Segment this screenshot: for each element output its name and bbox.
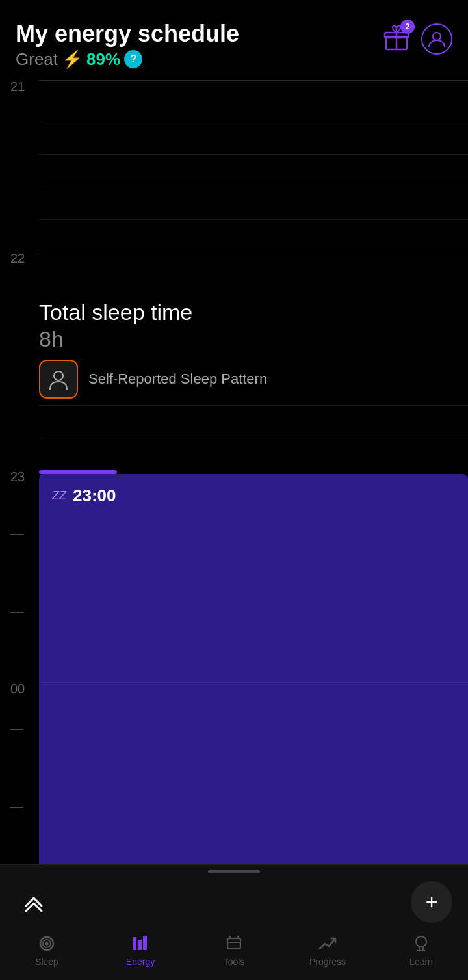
sleep-block-header: ZZ 23:00 <box>52 486 455 506</box>
bolt-icon: ⚡ <box>62 49 83 70</box>
hour-row-21: 21 <box>0 80 468 122</box>
status-label: Great <box>16 49 58 70</box>
tab-learn[interactable]: Learn <box>374 933 468 967</box>
hour-row-00: 00 <box>0 682 468 721</box>
minor-tick-21-2 <box>0 154 468 187</box>
avatar-button[interactable] <box>421 23 452 55</box>
header-subtitle: Great ⚡ 89% ? <box>16 49 239 70</box>
bottom-handle <box>0 865 468 876</box>
add-button[interactable]: + <box>411 881 452 923</box>
header: My energy schedule Great ⚡ 89% ? 2 <box>0 0 468 80</box>
minor-tick-21-3: — <box>0 187 468 219</box>
sleep-continuation-3: — <box>0 604 468 643</box>
gift-button[interactable]: 2 <box>382 23 411 55</box>
svg-point-12 <box>416 936 426 947</box>
energy-tab-icon <box>130 933 151 954</box>
sleep-pattern-row: Self-Reported Sleep Pattern <box>39 360 468 399</box>
svg-point-3 <box>433 33 441 40</box>
tab-tools[interactable]: Tools <box>187 933 281 967</box>
sleep-start-time: 23:00 <box>73 486 116 506</box>
person-icon <box>47 367 70 391</box>
time-label-23: 23 <box>0 470 39 484</box>
up-arrow-button[interactable] <box>16 884 52 920</box>
sleep-block[interactable]: ZZ 23:00 <box>39 474 468 526</box>
nav-tabs: Sleep Energy Tools Prog <box>0 928 468 980</box>
svg-point-7 <box>46 942 49 946</box>
svg-point-4 <box>54 371 63 380</box>
bottom-actions: + <box>0 876 468 928</box>
minor-tick-22-2 <box>0 438 468 470</box>
up-arrow-icon <box>20 888 48 916</box>
header-left: My energy schedule Great ⚡ 89% ? <box>16 21 239 70</box>
sleep-continuation-00-2 <box>0 760 468 799</box>
time-label-00: 00 <box>0 682 39 696</box>
minor-tick-21-1: — <box>0 122 468 154</box>
tab-sleep-label: Sleep <box>35 957 58 967</box>
timeline: 21 — — 22 Total sleep time 8h <box>0 80 468 980</box>
svg-rect-10 <box>143 936 147 950</box>
time-label-22: 22 <box>0 252 39 293</box>
percentage-value: 89% <box>86 49 120 70</box>
help-button[interactable]: ? <box>124 50 142 68</box>
gift-badge: 2 <box>400 20 415 34</box>
sleep-pattern-icon[interactable] <box>39 360 78 399</box>
sleep-continuation-00-1: — <box>0 721 468 760</box>
sleep-time-label: Total sleep time <box>39 300 468 325</box>
tab-progress-label: Progress <box>309 957 346 967</box>
tab-energy[interactable]: Energy <box>94 933 187 967</box>
svg-rect-8 <box>133 937 136 950</box>
minor-tick-22-1: — <box>0 405 468 438</box>
hour-row-23: 23 ZZ 23:00 <box>0 470 468 526</box>
handle-bar <box>208 870 260 873</box>
tab-tools-label: Tools <box>224 957 245 967</box>
sleep-info-block: Total sleep time 8h Self-Reported Sleep … <box>0 300 468 399</box>
tools-tab-icon <box>224 933 244 954</box>
page-title: My energy schedule <box>16 21 239 47</box>
zzz-icon: ZZ <box>52 489 66 503</box>
hour-row-22: 22 <box>0 252 468 293</box>
progress-tab-icon <box>317 933 338 954</box>
sleep-continuation-1: — <box>0 526 468 565</box>
minor-tick-21-4 <box>0 219 468 252</box>
sleep-continuation-00-3: — <box>0 799 468 838</box>
learn-tab-icon <box>411 933 432 954</box>
sleep-pattern-label: Self-Reported Sleep Pattern <box>88 371 267 388</box>
tab-sleep[interactable]: Sleep <box>0 933 94 967</box>
bottom-nav: + Sleep Energy <box>0 864 468 980</box>
tab-learn-label: Learn <box>410 957 433 967</box>
svg-rect-11 <box>228 938 240 949</box>
sleep-continuation-4 <box>0 643 468 682</box>
tab-energy-label: Energy <box>126 957 155 967</box>
tab-progress[interactable]: Progress <box>281 933 374 967</box>
sleep-tab-icon <box>36 933 57 954</box>
svg-rect-9 <box>138 940 142 950</box>
sleep-continuation-2 <box>0 565 468 604</box>
header-right: 2 <box>382 23 452 55</box>
sleep-duration: 8h <box>39 326 468 352</box>
time-label-21: 21 <box>0 80 39 122</box>
avatar-icon <box>426 29 447 49</box>
sleep-start-bar <box>39 470 117 474</box>
